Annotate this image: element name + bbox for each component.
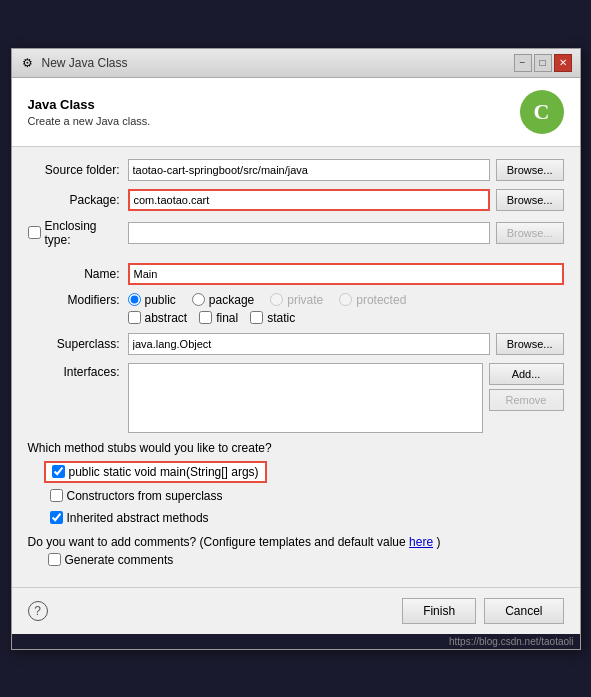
package-browse-button[interactable]: Browse...	[496, 189, 564, 211]
comments-title-text: Do you want to add comments? (Configure …	[28, 535, 406, 549]
enclosing-type-checkbox-label[interactable]: Enclosing type:	[28, 219, 128, 247]
modifiers-row: Modifiers: public package private protec…	[28, 293, 564, 307]
gear-icon: ⚙	[20, 55, 36, 71]
static-text: static	[267, 311, 295, 325]
package-row: Package: Browse...	[28, 189, 564, 211]
minimize-button[interactable]: −	[514, 54, 532, 72]
modifier-protected-text: protected	[356, 293, 406, 307]
package-input[interactable]	[128, 189, 490, 211]
modifier-package-text: package	[209, 293, 254, 307]
comments-section: Do you want to add comments? (Configure …	[28, 535, 564, 567]
interfaces-row: Interfaces: Add... Remove	[28, 363, 564, 433]
source-folder-label: Source folder:	[28, 163, 128, 177]
inherited-methods-checkbox-label[interactable]: Inherited abstract methods	[44, 509, 564, 527]
enclosing-type-checkbox[interactable]	[28, 226, 41, 239]
generate-comments-text: Generate comments	[65, 553, 174, 567]
enclosing-type-row: Enclosing type: Browse...	[28, 219, 564, 247]
name-label: Name:	[28, 267, 128, 281]
main-method-text: public static void main(String[] args)	[69, 465, 259, 479]
abstract-text: abstract	[145, 311, 188, 325]
maximize-button[interactable]: □	[534, 54, 552, 72]
header-text: Java Class Create a new Java class.	[28, 97, 151, 127]
finish-button[interactable]: Finish	[402, 598, 476, 624]
generate-comments-label[interactable]: Generate comments	[48, 553, 174, 567]
abstract-checkbox[interactable]	[128, 311, 141, 324]
remove-interface-button[interactable]: Remove	[489, 389, 564, 411]
enclosing-type-text: Enclosing type:	[45, 219, 120, 247]
modifiers-radio-group: public package private protected	[128, 293, 564, 307]
modifier-public-text: public	[145, 293, 176, 307]
generate-comments-option: Generate comments	[48, 553, 564, 567]
main-method-checkbox-label[interactable]: public static void main(String[] args)	[44, 461, 267, 483]
source-folder-input[interactable]	[128, 159, 490, 181]
modifier-protected-label[interactable]: protected	[339, 293, 406, 307]
interfaces-label: Interfaces:	[28, 363, 128, 379]
modifiers-checkboxes-row: abstract final static	[128, 311, 564, 325]
method-stubs-title: Which method stubs would you like to cre…	[28, 441, 564, 455]
help-icon[interactable]: ?	[28, 601, 48, 621]
modifier-public-radio[interactable]	[128, 293, 141, 306]
static-checkbox-label[interactable]: static	[250, 311, 295, 325]
inherited-methods-text: Inherited abstract methods	[67, 511, 209, 525]
dialog-footer: ? Finish Cancel	[12, 587, 580, 634]
title-controls: − □ ✕	[514, 54, 572, 72]
spring-logo: C	[520, 90, 564, 134]
cancel-button[interactable]: Cancel	[484, 598, 563, 624]
modifier-package-label[interactable]: package	[192, 293, 254, 307]
title-bar-left: ⚙ New Java Class	[20, 55, 128, 71]
interfaces-textarea[interactable]	[128, 363, 483, 433]
title-bar: ⚙ New Java Class − □ ✕	[12, 49, 580, 78]
header-title: Java Class	[28, 97, 151, 112]
modifier-package-radio[interactable]	[192, 293, 205, 306]
watermark: https://blog.csdn.net/taotaoli	[12, 634, 580, 649]
modifier-private-radio[interactable]	[270, 293, 283, 306]
final-checkbox-label[interactable]: final	[199, 311, 238, 325]
constructors-option: Constructors from superclass	[44, 487, 564, 505]
footer-buttons: Finish Cancel	[402, 598, 563, 624]
main-method-option-wrapper: public static void main(String[] args)	[44, 461, 564, 483]
package-label: Package:	[28, 193, 128, 207]
comments-title: Do you want to add comments? (Configure …	[28, 535, 564, 549]
method-stubs-section: Which method stubs would you like to cre…	[28, 441, 564, 527]
inherited-methods-checkbox[interactable]	[50, 511, 63, 524]
generate-comments-checkbox[interactable]	[48, 553, 61, 566]
modifier-private-text: private	[287, 293, 323, 307]
close-button[interactable]: ✕	[554, 54, 572, 72]
modifier-public-label[interactable]: public	[128, 293, 176, 307]
dialog-title: New Java Class	[42, 56, 128, 70]
source-folder-row: Source folder: Browse...	[28, 159, 564, 181]
superclass-row: Superclass: Browse...	[28, 333, 564, 355]
modifier-private-label[interactable]: private	[270, 293, 323, 307]
constructors-checkbox-label[interactable]: Constructors from superclass	[44, 487, 564, 505]
comments-link[interactable]: here	[409, 535, 433, 549]
final-checkbox[interactable]	[199, 311, 212, 324]
name-input[interactable]	[128, 263, 564, 285]
interfaces-buttons: Add... Remove	[489, 363, 564, 411]
modifiers-label: Modifiers:	[28, 293, 128, 307]
superclass-input[interactable]	[128, 333, 490, 355]
header-subtitle: Create a new Java class.	[28, 115, 151, 127]
comments-after: )	[436, 535, 440, 549]
final-text: final	[216, 311, 238, 325]
main-method-checkbox[interactable]	[52, 465, 65, 478]
name-row: Name:	[28, 263, 564, 285]
superclass-browse-button[interactable]: Browse...	[496, 333, 564, 355]
inherited-methods-option: Inherited abstract methods	[44, 509, 564, 527]
add-interface-button[interactable]: Add...	[489, 363, 564, 385]
source-folder-browse-button[interactable]: Browse...	[496, 159, 564, 181]
watermark-text: https://blog.csdn.net/taotaoli	[449, 636, 574, 647]
enclosing-type-browse-button[interactable]: Browse...	[496, 222, 564, 244]
superclass-label: Superclass:	[28, 337, 128, 351]
new-java-class-dialog: ⚙ New Java Class − □ ✕ Java Class Create…	[11, 48, 581, 650]
constructors-checkbox[interactable]	[50, 489, 63, 502]
modifier-protected-radio[interactable]	[339, 293, 352, 306]
static-checkbox[interactable]	[250, 311, 263, 324]
dialog-body: Source folder: Browse... Package: Browse…	[12, 147, 580, 587]
constructors-text: Constructors from superclass	[67, 489, 223, 503]
dialog-header: Java Class Create a new Java class. C	[12, 78, 580, 147]
abstract-checkbox-label[interactable]: abstract	[128, 311, 188, 325]
method-stubs-options: public static void main(String[] args) C…	[44, 461, 564, 527]
enclosing-type-input[interactable]	[128, 222, 490, 244]
